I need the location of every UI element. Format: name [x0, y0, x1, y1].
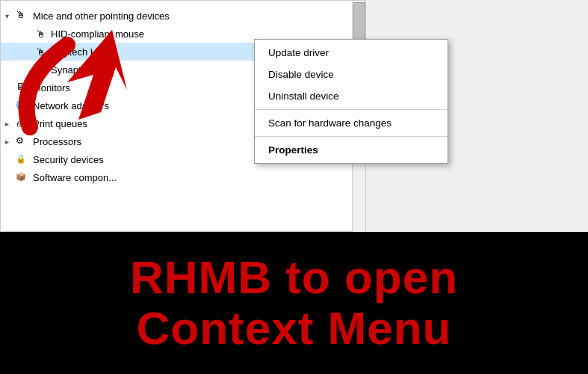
bottom-text-line1: RHMB to open: [130, 252, 458, 303]
svg-marker-0: [67, 30, 127, 120]
context-menu-item-scan[interactable]: Scan for hardware changes: [255, 112, 448, 134]
software-label: Software compon...: [33, 172, 117, 183]
mouse-category-icon: [16, 9, 29, 22]
tree-item-software[interactable]: Software compon...: [1, 168, 365, 186]
screenshot-area: ▾ Mice and other pointing devices HID-co…: [0, 0, 588, 232]
security-icon: [16, 153, 29, 166]
context-menu-separator-1: [255, 109, 448, 110]
context-menu-separator-2: [255, 136, 448, 137]
context-menu-item-uninstall-device[interactable]: Uninstall device: [255, 85, 448, 107]
security-label: Security devices: [33, 154, 104, 165]
bottom-text-area: RHMB to open Context Menu: [0, 232, 588, 374]
bottom-text-block: RHMB to open Context Menu: [130, 252, 458, 354]
context-menu-item-disable-device[interactable]: Disable device: [255, 64, 448, 85]
context-menu-item-properties[interactable]: Properties: [255, 139, 448, 161]
context-menu-item-update-driver[interactable]: Update driver: [255, 42, 448, 64]
software-icon: [16, 171, 29, 184]
expand-icon-mice: ▾: [5, 12, 16, 20]
bottom-text-line2: Context Menu: [130, 303, 458, 354]
mice-category-label: Mice and other pointing devices: [33, 10, 170, 22]
context-menu: Update driver Disable device Uninstall d…: [254, 39, 448, 164]
